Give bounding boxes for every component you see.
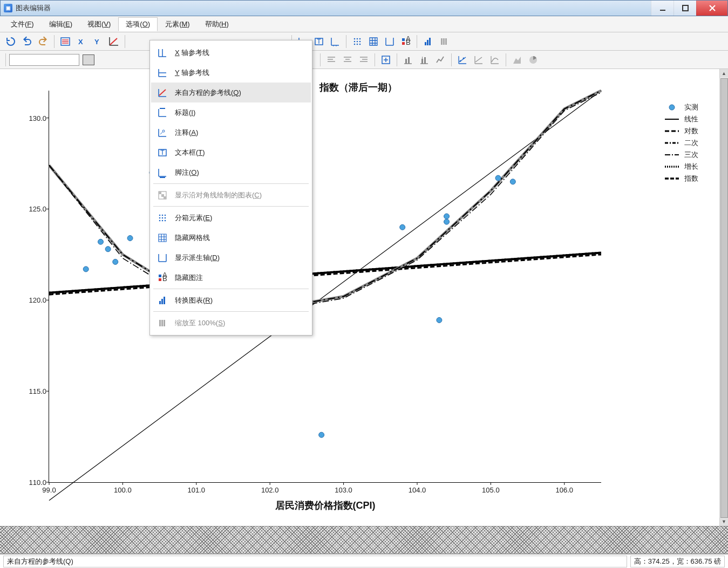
dropdown-item[interactable]: T文本框(T)	[151, 142, 311, 162]
legend-item[interactable]: 指数	[664, 173, 698, 184]
svg-point-68	[165, 220, 166, 221]
legend[interactable]: 实测线性对数二次三次增长指数	[664, 101, 698, 184]
bin-dots-icon[interactable]	[350, 34, 365, 49]
dropdown-item[interactable]: X 轴参考线	[151, 43, 311, 63]
bar-err-icon[interactable]	[417, 52, 432, 67]
xref-icon	[157, 47, 168, 59]
svg-rect-77	[161, 320, 163, 326]
dropdown-item: 缩放至 100%(S)	[151, 313, 311, 333]
annot-icon	[157, 127, 168, 139]
svg-point-17	[357, 40, 358, 42]
x-tick: 104.0	[409, 486, 426, 494]
dropdown-item-label: 注释(A)	[175, 128, 198, 138]
scatter-line2-icon[interactable]	[471, 52, 486, 67]
svg-point-48	[463, 57, 465, 59]
dropdown-item[interactable]: 标题(I)	[151, 102, 311, 122]
plot-svg	[49, 91, 601, 482]
svg-point-19	[354, 43, 356, 45]
dropdown-item[interactable]: 注释(A)	[151, 122, 311, 142]
curve-icon[interactable]	[487, 52, 502, 67]
x-axis-icon[interactable]: X	[74, 34, 89, 49]
svg-point-21	[359, 43, 361, 45]
svg-point-95	[113, 259, 118, 264]
scroll-down-icon[interactable]: ▼	[720, 517, 728, 526]
dropdown-item-label: 标题(I)	[175, 108, 195, 118]
dropdown-item-label: 来自方程的参考线(Q)	[175, 88, 241, 98]
menu-options[interactable]: 选项(O)	[118, 17, 158, 31]
scatter-line-icon[interactable]	[455, 52, 470, 67]
svg-text:T: T	[317, 37, 321, 45]
toolbar-1: X Y T AB	[0, 32, 728, 51]
fill-swatch[interactable]	[83, 54, 94, 65]
dropdown-item[interactable]: Y 轴参考线	[151, 63, 311, 83]
svg-rect-1	[683, 5, 688, 11]
legend-item[interactable]: 三次	[664, 149, 698, 161]
scroll-up-icon[interactable]: ▲	[720, 69, 728, 78]
area-icon[interactable]	[509, 52, 525, 67]
undo-circle-icon[interactable]	[3, 34, 18, 49]
svg-point-106	[669, 105, 675, 110]
dropdown-item-label: 隐藏网格线	[175, 233, 210, 243]
transpose-icon[interactable]	[420, 34, 436, 49]
dropdown-item[interactable]: 分箱元素(E)	[151, 208, 311, 228]
line-chart-icon[interactable]	[433, 52, 448, 67]
grid-icon	[157, 232, 168, 244]
footnote-icon[interactable]	[328, 34, 343, 49]
legend-item[interactable]: 实测	[664, 101, 698, 113]
svg-rect-44	[421, 59, 423, 64]
menu-help[interactable]: 帮助(H)	[198, 17, 236, 31]
x-tick: 102.0	[261, 486, 279, 494]
svg-rect-24	[402, 42, 405, 45]
legend-ab-icon[interactable]: AB	[398, 34, 413, 49]
y-axis-icon[interactable]: Y	[90, 34, 105, 49]
redo-icon[interactable]	[36, 34, 51, 49]
dropdown-item-label: 显示派生轴(D)	[175, 253, 220, 263]
align-right-icon[interactable]	[356, 52, 371, 67]
fitline-icon[interactable]	[106, 34, 121, 49]
zoom-100-icon[interactable]	[437, 34, 452, 49]
textbox-icon: T	[157, 147, 168, 159]
legend-label: 三次	[684, 150, 698, 160]
grid-icon[interactable]	[366, 34, 381, 49]
svg-rect-22	[402, 38, 405, 41]
svg-rect-59	[164, 196, 166, 199]
chart-area[interactable]: 指数（滞后一期） 居民消费价格指数(CPI) 110.0115.0120.012…	[0, 69, 728, 526]
dropdown-item[interactable]: 显示派生轴(D)	[151, 248, 311, 268]
status-bar: 来自方程的参考线(Q) 高：374.25，宽：636.75 磅	[0, 554, 728, 568]
undo-icon[interactable]	[19, 34, 35, 49]
menu-edit[interactable]: 编辑(E)	[42, 17, 80, 31]
svg-point-60	[159, 214, 161, 216]
diag-icon	[157, 189, 168, 201]
minimize-button[interactable]	[651, 1, 673, 16]
vertical-scrollbar[interactable]: ▲ ▼	[719, 69, 728, 526]
dropdown-item[interactable]: 脚注(O)	[151, 162, 311, 182]
properties-icon[interactable]	[58, 34, 73, 49]
dropdown-item-label: 转换图表(R)	[175, 296, 213, 305]
menu-elements[interactable]: 元素(M)	[158, 17, 198, 31]
dropdown-item[interactable]: 隐藏网格线	[151, 228, 311, 248]
maximize-button[interactable]	[673, 1, 696, 16]
toolbar-input-1[interactable]	[9, 54, 79, 66]
menu-file[interactable]: 文件(F)	[3, 17, 42, 31]
textbox-icon[interactable]: T	[311, 34, 326, 49]
legend-item[interactable]: 对数	[664, 125, 698, 137]
close-button[interactable]	[696, 1, 727, 16]
plot[interactable]: 指数（滞后一期） 居民消费价格指数(CPI) 110.0115.0120.012…	[49, 91, 601, 483]
dropdown-item[interactable]: 来自方程的参考线(Q)	[151, 83, 311, 102]
derived-icon	[157, 252, 168, 264]
legend-item[interactable]: 线性	[664, 113, 698, 125]
select-region-icon[interactable]	[378, 52, 393, 67]
menu-view[interactable]: 视图(V)	[80, 17, 118, 31]
pie-icon[interactable]	[526, 52, 541, 67]
svg-text:B: B	[406, 38, 411, 46]
svg-point-101	[437, 317, 442, 323]
bin-icon	[157, 212, 168, 224]
dropdown-item[interactable]: 转换图表(R)	[151, 290, 311, 310]
align-left-icon[interactable]	[324, 52, 339, 67]
derived-axis-icon[interactable]	[382, 34, 397, 49]
legend-item[interactable]: 二次	[664, 137, 698, 149]
align-center-icon[interactable]	[340, 52, 355, 67]
legend-item[interactable]: 增长	[664, 161, 698, 173]
dropdown-item[interactable]: AB隐藏图注	[151, 268, 311, 288]
bar-chart-icon[interactable]	[400, 52, 416, 67]
